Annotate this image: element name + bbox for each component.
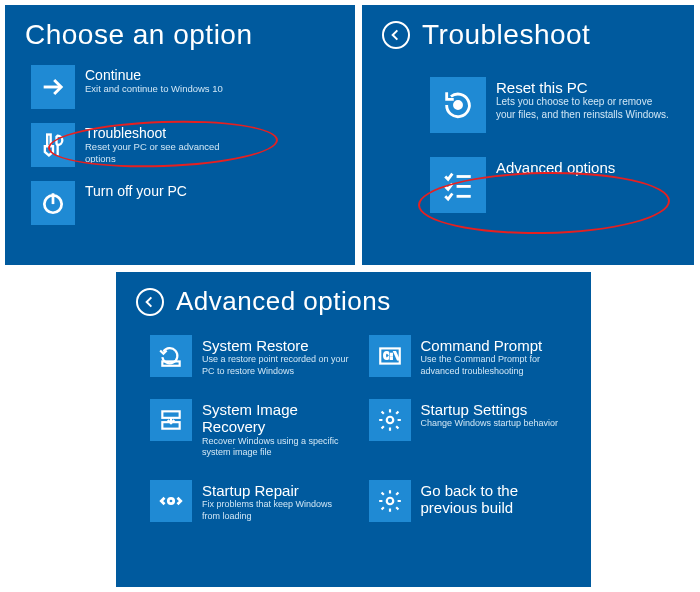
tile-text: Troubleshoot Reset your PC or see advanc… (85, 123, 245, 165)
tile-label: Go back to the previous build (421, 482, 570, 517)
command-prompt-tile[interactable]: C:\ Command Prompt Use the Command Promp… (369, 335, 570, 377)
tile-label: System Image Recovery (202, 401, 351, 436)
option-tiles: System Restore Use a restore point recor… (116, 325, 591, 522)
tile-label: Troubleshoot (85, 125, 245, 141)
tile-desc: Use a restore point recorded on your PC … (202, 354, 351, 377)
page-title: Troubleshoot (422, 19, 590, 51)
troubleshoot-screen: Troubleshoot Reset this PC Lets you choo… (362, 5, 694, 265)
tile-label: Reset this PC (496, 79, 674, 96)
tile-text: System Image Recovery Recover Windows us… (202, 399, 351, 458)
gear-icon (369, 399, 411, 441)
continue-tile[interactable]: Continue Exit and continue to Windows 10 (31, 65, 335, 109)
arrow-right-icon (31, 65, 75, 109)
tile-text: Reset this PC Lets you choose to keep or… (496, 77, 674, 121)
page-title: Advanced options (176, 286, 391, 317)
option-tiles: Continue Exit and continue to Windows 10… (5, 59, 355, 225)
power-icon (31, 181, 75, 225)
tile-text: Advanced options (496, 157, 615, 176)
tile-label: Startup Settings (421, 401, 559, 418)
tile-desc: Recover Windows using a specific system … (202, 436, 351, 459)
svg-point-15 (386, 417, 393, 424)
turn-off-tile[interactable]: Turn off your PC (31, 181, 335, 225)
repair-icon (150, 480, 192, 522)
svg-point-16 (168, 498, 173, 503)
tile-desc: Use the Command Prompt for advanced trou… (421, 354, 570, 377)
choose-option-screen: Choose an option Continue Exit and conti… (5, 5, 355, 265)
back-button[interactable] (136, 288, 164, 316)
tile-label: System Restore (202, 337, 351, 354)
tile-text: Startup Settings Change Windows startup … (421, 399, 559, 430)
tile-text: Turn off your PC (85, 181, 187, 199)
back-button[interactable] (382, 21, 410, 49)
system-restore-tile[interactable]: System Restore Use a restore point recor… (150, 335, 351, 377)
go-back-previous-build-tile[interactable]: Go back to the previous build (369, 480, 570, 522)
tile-desc: Reset your PC or see advanced options (85, 141, 245, 165)
startup-settings-tile[interactable]: Startup Settings Change Windows startup … (369, 399, 570, 458)
panel-header: Choose an option (5, 5, 355, 59)
svg-rect-12 (162, 411, 179, 418)
tile-label: Turn off your PC (85, 183, 187, 199)
tile-text: Command Prompt Use the Command Prompt fo… (421, 335, 570, 377)
tile-desc: Lets you choose to keep or remove your f… (496, 96, 674, 121)
wrench-icon (31, 123, 75, 167)
svg-point-5 (454, 101, 461, 108)
startup-repair-tile[interactable]: Startup Repair Fix problems that keep Wi… (150, 480, 351, 522)
panel-header: Advanced options (116, 272, 591, 325)
advanced-options-screen: Advanced options System Restore Use a re… (116, 272, 591, 587)
tile-text: Continue Exit and continue to Windows 10 (85, 65, 223, 95)
tile-desc: Fix problems that keep Windows from load… (202, 499, 351, 522)
option-tiles: Reset this PC Lets you choose to keep or… (362, 59, 694, 213)
checklist-icon (430, 157, 486, 213)
gear-icon (369, 480, 411, 522)
panel-header: Troubleshoot (362, 5, 694, 59)
tile-label: Startup Repair (202, 482, 351, 499)
svg-rect-1 (47, 135, 51, 147)
system-image-recovery-tile[interactable]: System Image Recovery Recover Windows us… (150, 399, 351, 458)
cmd-icon: C:\ (369, 335, 411, 377)
tile-text: Go back to the previous build (421, 480, 570, 517)
image-recovery-icon (150, 399, 192, 441)
tile-label: Command Prompt (421, 337, 570, 354)
tile-label: Advanced options (496, 159, 615, 176)
troubleshoot-tile[interactable]: Troubleshoot Reset your PC or see advanc… (31, 123, 335, 167)
tile-desc: Exit and continue to Windows 10 (85, 83, 223, 95)
tile-label: Continue (85, 67, 223, 83)
reset-icon (430, 77, 486, 133)
advanced-options-tile[interactable]: Advanced options (430, 157, 674, 213)
tile-desc: Change Windows startup behavior (421, 418, 559, 429)
reset-pc-tile[interactable]: Reset this PC Lets you choose to keep or… (430, 77, 674, 133)
page-title: Choose an option (25, 19, 253, 51)
restore-icon (150, 335, 192, 377)
tile-text: System Restore Use a restore point recor… (202, 335, 351, 377)
svg-point-17 (386, 498, 393, 505)
svg-text:C:\: C:\ (383, 351, 399, 361)
tile-text: Startup Repair Fix problems that keep Wi… (202, 480, 351, 522)
